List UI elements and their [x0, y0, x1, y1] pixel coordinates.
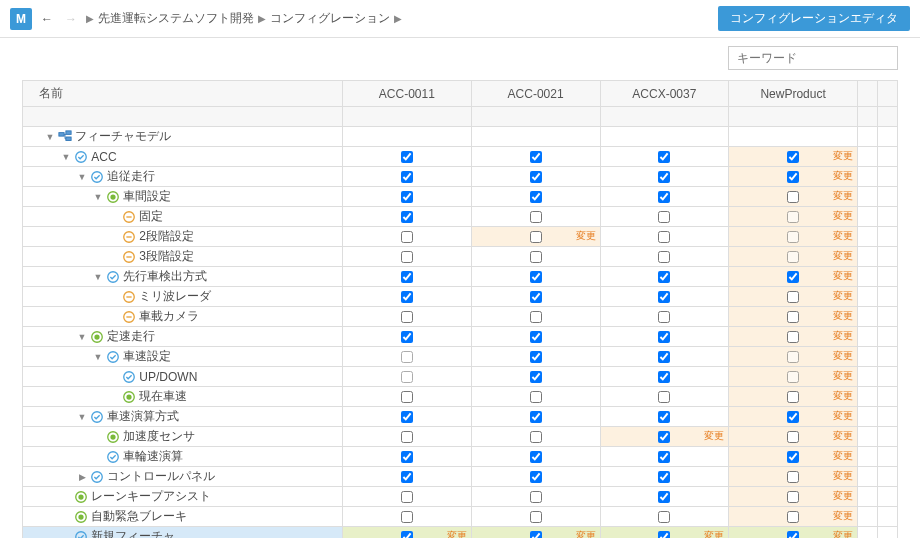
feature-checkbox[interactable] — [787, 391, 799, 403]
config-cell[interactable]: 変更 — [729, 447, 858, 467]
config-cell[interactable] — [600, 247, 729, 267]
config-cell[interactable] — [343, 247, 472, 267]
table-row[interactable]: 現在車速変更 — [23, 387, 898, 407]
config-cell[interactable] — [343, 347, 472, 367]
feature-checkbox[interactable] — [530, 471, 542, 483]
feature-checkbox[interactable] — [401, 471, 413, 483]
config-cell[interactable]: 変更 — [729, 307, 858, 327]
feature-checkbox[interactable] — [530, 291, 542, 303]
feature-checkbox[interactable] — [787, 231, 799, 243]
feature-checkbox[interactable] — [787, 371, 799, 383]
feature-checkbox[interactable] — [401, 431, 413, 443]
feature-checkbox[interactable] — [658, 171, 670, 183]
feature-checkbox[interactable] — [530, 171, 542, 183]
feature-checkbox[interactable] — [401, 211, 413, 223]
tree-cell[interactable]: 3段階設定 — [23, 247, 343, 267]
config-cell[interactable] — [471, 407, 600, 427]
feature-checkbox[interactable] — [658, 311, 670, 323]
config-cell[interactable] — [471, 487, 600, 507]
config-cell[interactable] — [600, 447, 729, 467]
nav-back-button[interactable]: ← — [38, 10, 56, 28]
feature-checkbox[interactable] — [530, 491, 542, 503]
feature-checkbox[interactable] — [530, 451, 542, 463]
table-row[interactable]: 3段階設定変更 — [23, 247, 898, 267]
config-cell[interactable] — [471, 427, 600, 447]
config-cell[interactable]: 変更 — [729, 527, 858, 539]
feature-checkbox[interactable] — [401, 311, 413, 323]
feature-checkbox[interactable] — [530, 511, 542, 523]
config-cell[interactable]: 変更 — [729, 427, 858, 447]
feature-checkbox[interactable] — [787, 411, 799, 423]
feature-checkbox[interactable] — [787, 331, 799, 343]
config-cell[interactable]: 変更 — [600, 527, 729, 539]
feature-checkbox[interactable] — [787, 271, 799, 283]
feature-checkbox[interactable] — [787, 251, 799, 263]
feature-checkbox[interactable] — [530, 151, 542, 163]
table-row[interactable]: 車輪速演算変更 — [23, 447, 898, 467]
table-row[interactable]: 加速度センサ変更変更 — [23, 427, 898, 447]
config-cell[interactable]: 変更 — [343, 527, 472, 539]
feature-checkbox[interactable] — [658, 151, 670, 163]
config-cell[interactable]: 変更 — [471, 527, 600, 539]
tree-cell[interactable]: 車載カメラ — [23, 307, 343, 327]
config-cell[interactable] — [343, 407, 472, 427]
tree-cell[interactable]: 加速度センサ — [23, 427, 343, 447]
config-cell[interactable] — [600, 287, 729, 307]
feature-checkbox[interactable] — [658, 431, 670, 443]
config-cell[interactable] — [600, 187, 729, 207]
feature-checkbox[interactable] — [530, 331, 542, 343]
config-cell[interactable] — [343, 307, 472, 327]
tree-cell[interactable]: ▶ コントロールパネル — [23, 467, 343, 487]
table-row[interactable]: ▼ フィーチャモデル — [23, 127, 898, 147]
config-cell[interactable] — [343, 367, 472, 387]
config-cell[interactable]: 変更 — [729, 347, 858, 367]
config-cell[interactable]: 変更 — [729, 387, 858, 407]
config-cell[interactable] — [600, 467, 729, 487]
col-config[interactable]: ACC-0011 — [343, 81, 472, 107]
config-cell[interactable]: 変更 — [729, 147, 858, 167]
table-row[interactable]: 2段階設定変更変更 — [23, 227, 898, 247]
expand-toggle[interactable]: ▼ — [77, 412, 87, 422]
config-cell[interactable]: 変更 — [729, 467, 858, 487]
feature-checkbox[interactable] — [530, 351, 542, 363]
feature-checkbox[interactable] — [530, 271, 542, 283]
feature-checkbox[interactable] — [401, 491, 413, 503]
table-row[interactable]: 固定変更 — [23, 207, 898, 227]
col-config[interactable]: NewProduct — [729, 81, 858, 107]
config-cell[interactable] — [600, 307, 729, 327]
expand-toggle[interactable]: ▼ — [93, 192, 103, 202]
config-cell[interactable]: 変更 — [471, 227, 600, 247]
tree-cell[interactable]: ▼ 車間設定 — [23, 187, 343, 207]
table-row[interactable]: ミリ波レーダ変更 — [23, 287, 898, 307]
tree-cell[interactable]: 新規フィーチャ — [23, 527, 343, 539]
feature-checkbox[interactable] — [658, 211, 670, 223]
config-cell[interactable] — [343, 187, 472, 207]
tree-cell[interactable]: 固定 — [23, 207, 343, 227]
feature-checkbox[interactable] — [787, 451, 799, 463]
tree-cell[interactable]: ミリ波レーダ — [23, 287, 343, 307]
feature-checkbox[interactable] — [787, 171, 799, 183]
feature-checkbox[interactable] — [401, 231, 413, 243]
config-cell[interactable] — [343, 227, 472, 247]
tree-cell[interactable]: ▼ 定速走行 — [23, 327, 343, 347]
config-cell[interactable]: 変更 — [729, 267, 858, 287]
feature-checkbox[interactable] — [530, 431, 542, 443]
feature-checkbox[interactable] — [658, 351, 670, 363]
config-cell[interactable]: 変更 — [600, 427, 729, 447]
config-cell[interactable] — [600, 507, 729, 527]
table-row[interactable]: 新規フィーチャ変更変更変更変更 — [23, 527, 898, 539]
config-cell[interactable]: 変更 — [729, 287, 858, 307]
feature-checkbox[interactable] — [658, 411, 670, 423]
config-cell[interactable] — [600, 267, 729, 287]
feature-checkbox[interactable] — [401, 171, 413, 183]
feature-checkbox[interactable] — [787, 191, 799, 203]
config-cell[interactable] — [471, 447, 600, 467]
config-cell[interactable] — [600, 167, 729, 187]
config-cell[interactable] — [600, 367, 729, 387]
config-cell[interactable]: 変更 — [729, 507, 858, 527]
config-cell[interactable]: 変更 — [729, 367, 858, 387]
feature-checkbox[interactable] — [787, 151, 799, 163]
config-cell[interactable]: 変更 — [729, 167, 858, 187]
col-name[interactable]: 名前 — [23, 81, 343, 107]
feature-checkbox[interactable] — [787, 211, 799, 223]
